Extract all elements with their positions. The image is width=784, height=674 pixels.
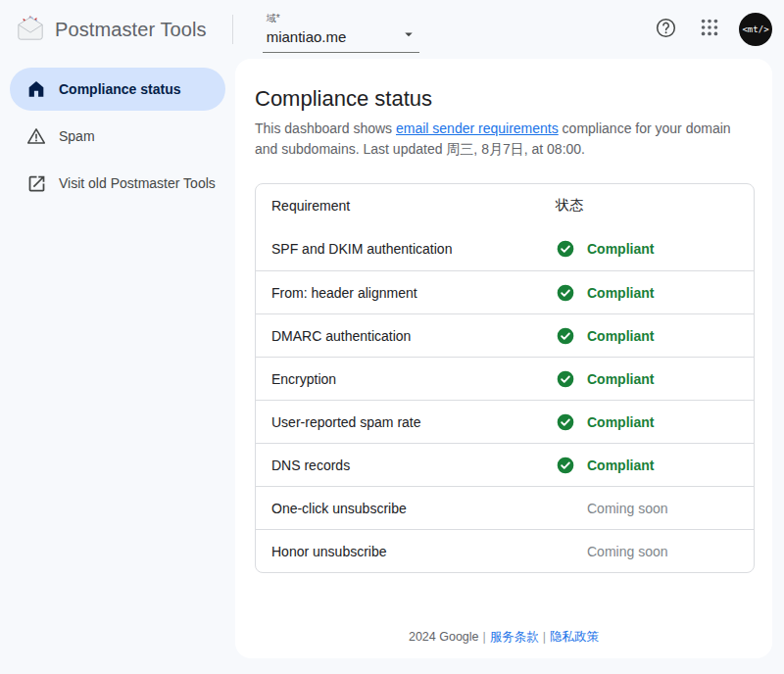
table-row: User-reported spam rate Compliant (256, 400, 754, 443)
table-body: SPF and DKIM authentication Compliant Fr… (256, 227, 754, 572)
table-header-row: Requirement 状态 (256, 184, 754, 227)
postmaster-logo-icon (16, 13, 45, 46)
account-avatar[interactable]: <mt/> (739, 13, 772, 46)
terms-of-service-link[interactable]: 服务条款 (490, 630, 539, 644)
sidebar-item-label: Spam (59, 128, 95, 144)
domain-selector-value: miantiao.me (267, 28, 347, 45)
table-row: Honor unsubscribe Coming soon (256, 529, 754, 572)
check-circle-icon (556, 369, 575, 389)
sidebar-item-label: Compliance status (59, 81, 180, 97)
column-header-status: 状态 (556, 197, 583, 215)
help-button[interactable] (651, 15, 680, 44)
apps-grid-button[interactable] (695, 15, 724, 44)
sidebar-item-compliance-status[interactable]: Compliance status (10, 68, 225, 111)
top-app-bar: Postmaster Tools 域* miantiao.me (0, 0, 784, 59)
warning-icon (25, 125, 47, 147)
page-title: Compliance status (255, 86, 755, 112)
table-row: DMARC authentication Compliant (256, 313, 754, 357)
status-cell: Compliant (556, 456, 654, 475)
status-cell: Coming soon (556, 542, 668, 561)
footer-separator: | (543, 630, 546, 644)
status-label: Coming soon (587, 501, 668, 516)
requirement-label: DNS records (256, 457, 556, 473)
requirement-label: One-click unsubscribe (256, 501, 556, 516)
copyright-text: 2024 Google (409, 630, 479, 644)
table-row: SPF and DKIM authentication Compliant (256, 227, 754, 270)
check-circle-icon (556, 456, 575, 475)
status-cell: Compliant (556, 412, 654, 432)
page-description: This dashboard shows email sender requir… (255, 119, 755, 160)
check-circle-icon (556, 283, 575, 303)
description-prefix: This dashboard shows (255, 120, 396, 136)
sidebar-item-spam[interactable]: Spam (10, 115, 225, 158)
status-label: Compliant (587, 371, 654, 387)
open-in-new-icon (25, 172, 47, 194)
app-logo[interactable]: Postmaster Tools (16, 13, 207, 46)
status-cell: Compliant (556, 369, 654, 389)
status-cell: Compliant (556, 283, 654, 303)
status-cell: Coming soon (556, 499, 668, 518)
apps-grid-icon (699, 17, 720, 42)
status-label: Compliant (587, 285, 654, 301)
sidebar-item-visit-old-postmaster[interactable]: Visit old Postmaster Tools (10, 162, 225, 205)
status-label: Coming soon (587, 544, 668, 559)
status-cell: Compliant (556, 326, 654, 346)
main-content-card: Compliance status This dashboard shows e… (235, 59, 772, 658)
domain-selector-label: 域* (267, 13, 417, 24)
requirement-label: SPF and DKIM authentication (256, 241, 556, 257)
status-cell: Compliant (556, 239, 654, 259)
requirement-label: Honor unsubscribe (256, 544, 556, 559)
card-footer: 2024 Google|服务条款|隐私政策 (235, 629, 772, 646)
footer-separator: | (483, 630, 486, 644)
sidebar-item-label: Visit old Postmaster Tools (59, 175, 216, 191)
requirement-label: DMARC authentication (256, 328, 556, 344)
app-title: Postmaster Tools (55, 19, 207, 41)
check-circle-icon (556, 239, 575, 259)
check-circle-icon (556, 326, 575, 346)
requirement-label: Encryption (256, 371, 556, 387)
table-row: DNS records Compliant (256, 443, 754, 486)
email-sender-requirements-link[interactable]: email sender requirements (396, 120, 559, 136)
column-header-requirement: Requirement (256, 198, 556, 214)
status-label: Compliant (587, 414, 654, 430)
help-icon (655, 17, 677, 43)
requirement-label: From: header alignment (256, 285, 556, 301)
header-divider (232, 15, 233, 44)
status-label: Compliant (587, 241, 654, 257)
requirement-label: User-reported spam rate (256, 414, 556, 430)
table-row: Encryption Compliant (256, 357, 754, 400)
sidebar-nav: Compliance status Spam Visit old Postmas… (0, 59, 235, 209)
home-icon (25, 78, 47, 100)
table-row: One-click unsubscribe Coming soon (256, 486, 754, 529)
table-row: From: header alignment Compliant (256, 270, 754, 313)
chevron-down-icon (400, 25, 417, 47)
privacy-policy-link[interactable]: 隐私政策 (550, 630, 599, 644)
status-label: Compliant (587, 328, 654, 344)
compliance-table: Requirement 状态 SPF and DKIM authenticati… (255, 183, 755, 573)
status-label: Compliant (587, 457, 654, 473)
domain-selector[interactable]: 域* miantiao.me (263, 6, 419, 53)
check-circle-icon (556, 412, 575, 432)
